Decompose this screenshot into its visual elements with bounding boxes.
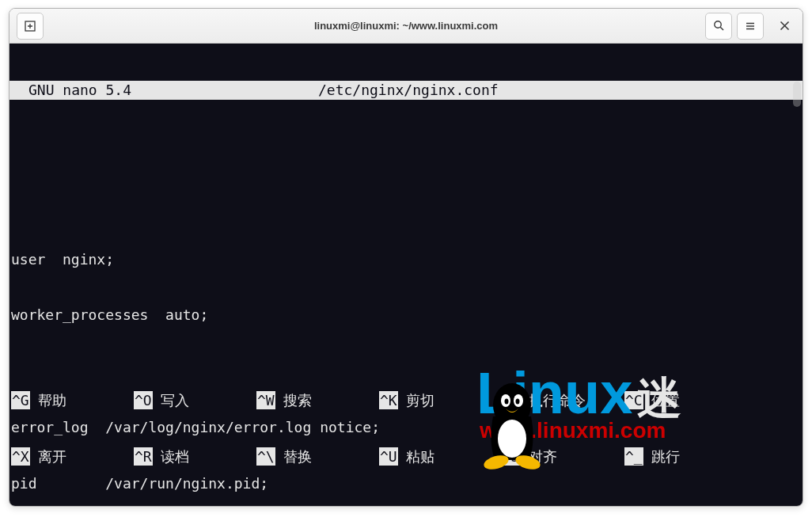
close-button[interactable]	[771, 13, 798, 40]
terminal-body[interactable]: GNU nano 5.4 /etc/nginx/nginx.conf user …	[9, 44, 803, 506]
shortcut-goto[interactable]: ^_跳行	[624, 447, 747, 466]
nano-shortcut-bar: ^G帮助 ^O写入 ^W搜索 ^K剪切 ^T执行命令 ^C位置 ^X离开 ^R读…	[9, 354, 803, 506]
hamburger-menu-button[interactable]	[737, 13, 764, 40]
titlebar-right	[703, 13, 798, 40]
shortcut-paste[interactable]: ^U粘贴	[379, 447, 502, 466]
search-button[interactable]	[705, 13, 732, 40]
key: ^J	[502, 447, 521, 466]
label: 对齐	[529, 447, 557, 466]
label: 读档	[161, 447, 189, 466]
key: ^_	[624, 447, 643, 466]
shortcut-row: ^G帮助 ^O写入 ^W搜索 ^K剪切 ^T执行命令 ^C位置	[11, 390, 801, 409]
shortcut-cut[interactable]: ^K剪切	[379, 391, 502, 409]
shortcut-replace[interactable]: ^\替换	[256, 447, 379, 466]
label: 剪切	[406, 391, 434, 409]
scrollbar-thumb[interactable]	[793, 82, 801, 107]
key: ^G	[11, 391, 30, 409]
key: ^W	[256, 391, 275, 409]
label: 写入	[161, 391, 189, 409]
editor-line: worker_processes auto;	[11, 306, 801, 325]
terminal-window: linuxmi@linuxmi: ~/www.linuxmi.com GNU n…	[9, 8, 803, 507]
label: 搜索	[283, 391, 312, 409]
shortcut-read[interactable]: ^R读档	[134, 447, 256, 466]
svg-point-3	[714, 21, 720, 28]
svg-line-4	[720, 27, 723, 30]
key: ^\	[256, 447, 275, 466]
window-title: linuxmi@linuxmi: ~/www.linuxmi.com	[314, 20, 498, 32]
key: ^K	[379, 391, 398, 409]
label: 替换	[283, 447, 312, 466]
key: ^X	[11, 447, 30, 466]
label: 跳行	[651, 447, 680, 466]
editor-line	[11, 194, 801, 213]
key: ^U	[379, 447, 398, 466]
key: ^C	[624, 391, 643, 409]
shortcut-writeout[interactable]: ^O写入	[134, 391, 256, 409]
label: 帮助	[38, 391, 66, 409]
shortcut-location[interactable]: ^C位置	[624, 391, 747, 409]
label: 粘贴	[406, 447, 434, 466]
nano-app-name: GNU nano 5.4	[28, 81, 131, 99]
shortcut-search[interactable]: ^W搜索	[256, 391, 379, 409]
nano-file-path: /etc/nginx/nginx.conf	[318, 81, 499, 99]
shortcut-row: ^X离开 ^R读档 ^\替换 ^U粘贴 ^J对齐 ^_跳行	[11, 447, 801, 466]
label: 执行命令	[529, 391, 586, 409]
label: 位置	[651, 391, 680, 409]
key: ^R	[134, 447, 153, 466]
shortcut-execute[interactable]: ^T执行命令	[502, 391, 624, 409]
titlebar: linuxmi@linuxmi: ~/www.linuxmi.com	[9, 9, 803, 44]
nano-title-bar: GNU nano 5.4 /etc/nginx/nginx.conf	[9, 81, 803, 100]
label: 离开	[38, 447, 66, 466]
new-tab-button[interactable]	[17, 13, 44, 40]
shortcut-help[interactable]: ^G帮助	[11, 391, 134, 409]
key: ^T	[502, 391, 521, 409]
shortcut-exit[interactable]: ^X离开	[11, 447, 134, 466]
shortcut-justify[interactable]: ^J对齐	[502, 447, 624, 466]
editor-line: user nginx;	[11, 250, 801, 269]
key: ^O	[134, 391, 153, 409]
